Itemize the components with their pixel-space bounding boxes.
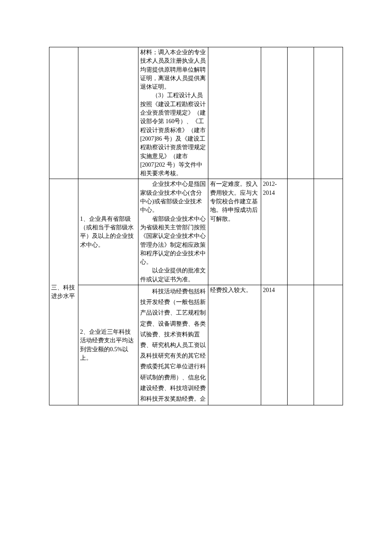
- cell-empty: [261, 47, 287, 179]
- cell-empty: [208, 47, 261, 179]
- cell-item: 1、企业具有省部级（或相当于省部级水平）及以上的企业技术中心。: [78, 179, 138, 285]
- text: 科技活动经费包括科技开发经费（一般包括新产品设计费、工艺规程制定费、设备调整费、…: [140, 286, 206, 404]
- text: 省部级企业技术中心为省级相关主管部门按照《国家认定企业技术中心管理办法》制定相应…: [140, 215, 206, 267]
- date-text: 2014: [263, 287, 275, 293]
- item-text: 1、企业具有省部级（或相当于省部级水平）及以上的企业技术中心。: [80, 216, 134, 248]
- date-text: 2012-2014: [263, 181, 277, 196]
- cell-remark: 有一定难度。投入费用较大。应与大专院校合作建立基地。待申报成功后可解散。: [208, 179, 261, 285]
- cell-empty: [314, 47, 343, 179]
- text: 企业技术中心是指国家级企业技术中心(含分中心)或省部级企业技术中心。: [140, 180, 206, 214]
- cell-section-prev: [49, 47, 78, 179]
- section-title: 三、科技进步水平: [51, 284, 75, 299]
- cell-empty: [314, 285, 343, 405]
- remark-text: 有一定难度。投入费用较大。应与大专院校合作建立基地。待申报成功后可解散。: [210, 181, 258, 222]
- table-row: 材料；调入本企业的专业技术人员及注册执业人员均需提供原聘用单位解聘证明，离退休人…: [49, 47, 343, 179]
- cell-empty: [288, 285, 314, 405]
- cell-date: 2014: [261, 285, 287, 405]
- cell-item: 2、企业近三年科技活动经费支出平均达到营业额的0.5%以上。: [78, 285, 138, 405]
- document-page: 材料；调入本企业的专业技术人员及注册执业人员均需提供原聘用单位解聘证明，离退休人…: [0, 0, 392, 555]
- cell-desc: 科技活动经费包括科技开发经费（一般包括新产品设计费、工艺规程制定费、设备调整费、…: [138, 285, 208, 405]
- cell-desc: 企业技术中心是指国家级企业技术中心(含分中心)或省部级企业技术中心。 省部级企业…: [138, 179, 208, 285]
- cell-item-prev: [78, 47, 138, 179]
- text: 材料；调入本企业的专业技术人员及注册执业人员均需提供原聘用单位解聘证明，离退休人…: [140, 49, 206, 90]
- cell-empty: [314, 179, 343, 285]
- remark-text: 经费投入较大。: [210, 287, 252, 293]
- cell-date: 2012-2014: [261, 179, 287, 285]
- text: 以企业提供的批准文件或认定证书为准。: [140, 266, 206, 284]
- text: （3）工程设计人员按照《建设工程勘察设计企业资质管理规定》（建设部令第 160号…: [140, 91, 206, 178]
- cell-remark: 经费投入较大。: [208, 285, 261, 405]
- table-row: 三、科技进步水平 1、企业具有省部级（或相当于省部级水平）及以上的企业技术中心。…: [49, 179, 343, 285]
- cell-empty: [288, 47, 314, 179]
- cell-empty: [288, 179, 314, 285]
- table-row: 2、企业近三年科技活动经费支出平均达到营业额的0.5%以上。 科技活动经费包括科…: [49, 285, 343, 405]
- cell-desc-prev: 材料；调入本企业的专业技术人员及注册执业人员均需提供原聘用单位解聘证明，离退休人…: [138, 47, 208, 179]
- cell-section-title: 三、科技进步水平: [49, 179, 78, 405]
- main-table: 材料；调入本企业的专业技术人员及注册执业人员均需提供原聘用单位解聘证明，离退休人…: [49, 47, 343, 405]
- item-text: 2、企业近三年科技活动经费支出平均达到营业额的0.5%以上。: [80, 329, 134, 361]
